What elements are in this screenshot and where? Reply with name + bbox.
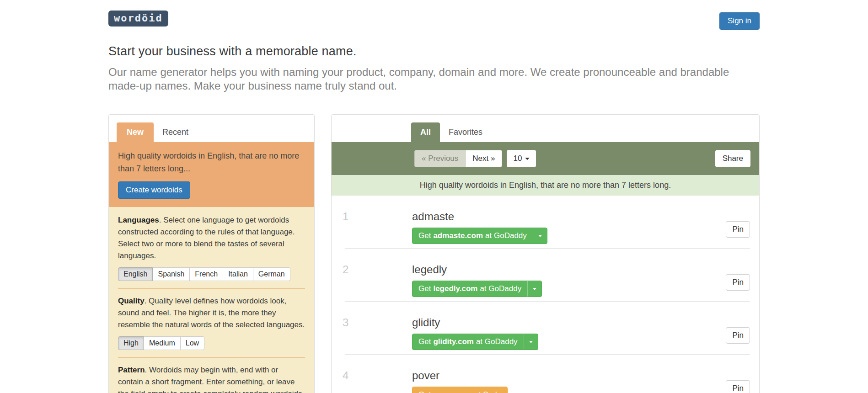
main-columns: New Recent High quality wordoids in Engl… [108,114,760,393]
get-suffix: at Sedo [474,390,501,393]
wordoid-name[interactable]: admaste [412,210,547,223]
wordoid-row: 4 pover Getpover.comat Sedo Pin [332,355,759,393]
languages-section: Languages. Select one language to get wo… [118,214,305,281]
results-tabs: All Favorites [332,115,759,142]
sign-in-button[interactable]: Sign in [719,12,760,30]
get-suffix: at GoDaddy [480,284,521,293]
generator-settings: Languages. Select one language to get wo… [109,207,314,393]
tab-new[interactable]: New [117,122,154,142]
get-domain-button[interactable]: Getglidity.comat GoDaddy [412,334,538,350]
results-panel: All Favorites « Previous Next » 10 Share… [331,114,760,393]
results-toolbar: « Previous Next » 10 Share [332,142,759,175]
pattern-description-text: . Wordoids may begin with, end with or c… [118,366,304,393]
get-suffix: at GoDaddy [476,337,518,346]
wordoid-list: 1 admaste Getadmaste.comat GoDaddy Pin [332,196,759,393]
domain-options-caret[interactable] [533,228,547,244]
page-size-value: 10 [513,154,522,163]
pin-button[interactable]: Pin [726,221,750,238]
wordoid-logo[interactable]: wordöid [108,11,168,27]
previous-page-button[interactable]: « Previous [414,150,466,167]
page-subtitle: Our name generator helps you with naming… [108,65,749,93]
pattern-section: Pattern. Wordoids may begin with, end wi… [118,364,305,393]
get-prefix: Get [418,337,431,346]
section-divider [118,357,305,358]
tab-all[interactable]: All [411,122,440,142]
wordoid-row: 2 legedly Getlegedly.comat GoDaddy Pin [332,249,759,302]
section-divider [118,288,305,289]
wordoid-row: 3 glidity Getglidity.comat GoDaddy Pin [332,302,759,355]
language-option-spanish[interactable]: Spanish [153,267,190,281]
quality-option-high[interactable]: High [118,336,144,350]
chevron-down-icon [538,235,542,237]
language-option-italian[interactable]: Italian [223,267,253,281]
generator-panel: New Recent High quality wordoids in Engl… [108,114,315,393]
pin-button[interactable]: Pin [726,327,750,344]
domain-name: pover.com [433,390,472,393]
row-number: 1 [332,210,412,244]
quality-option-medium[interactable]: Medium [144,336,181,350]
domain-name: admaste.com [433,231,483,240]
quality-description-text: . Quality level defines how wordoids loo… [118,297,305,329]
page-size-dropdown[interactable]: 10 [507,150,536,167]
domain-name: legedly.com [433,284,477,293]
wordoid-name[interactable]: glidity [412,316,538,329]
get-domain-button[interactable]: Getpover.comat Sedo [412,387,508,393]
pattern-label: Pattern [118,366,145,374]
chevron-down-icon [529,341,533,343]
domain-name: glidity.com [433,337,473,346]
generator-summary-text: High quality wordoids in English, that a… [118,149,305,175]
languages-label: Languages [118,216,159,224]
quality-option-low[interactable]: Low [181,336,204,350]
row-number: 3 [332,316,412,350]
chevron-down-icon [525,158,530,160]
pagination-group: « Previous Next » [414,150,502,167]
get-suffix: at GoDaddy [485,231,527,240]
top-bar: wordöid Sign in [108,0,760,30]
get-domain-button[interactable]: Getadmaste.comat GoDaddy [412,228,547,244]
page-title: Start your business with a memorable nam… [108,44,760,58]
pin-button[interactable]: Pin [726,380,750,393]
quality-description: Quality. Quality level defines how wordo… [118,295,305,331]
generator-tabs: New Recent [109,115,314,142]
wordoid-name[interactable]: legedly [412,263,542,276]
quality-options: High Medium Low [118,336,204,350]
domain-options-caret[interactable] [524,334,538,350]
filter-notice: High quality wordoids in English, that a… [332,175,759,196]
quality-section: Quality. Quality level defines how wordo… [118,295,305,350]
wordoid-name[interactable]: pover [412,369,508,382]
get-prefix: Get [418,231,431,240]
pattern-description: Pattern. Wordoids may begin with, end wi… [118,364,305,393]
chevron-down-icon [533,288,536,290]
tab-recent[interactable]: Recent [154,122,197,142]
get-prefix: Get [418,390,431,393]
get-prefix: Get [418,284,431,293]
language-options: English Spanish French Italian German [118,267,290,281]
language-option-english[interactable]: English [118,267,153,281]
row-number: 2 [332,263,412,297]
quality-label: Quality [118,297,145,305]
hero-section: Start your business with a memorable nam… [108,44,760,93]
languages-description: Languages. Select one language to get wo… [118,214,305,262]
page-container: wordöid Sign in Start your business with… [108,0,760,393]
tab-favorites[interactable]: Favorites [440,122,491,142]
share-button[interactable]: Share [715,150,750,167]
wordoid-row: 1 admaste Getadmaste.comat GoDaddy Pin [332,196,759,249]
row-number: 4 [332,369,412,393]
pin-button[interactable]: Pin [726,274,750,291]
next-page-button[interactable]: Next » [466,150,502,167]
language-option-french[interactable]: French [190,267,223,281]
generator-summary-box: High quality wordoids in English, that a… [109,142,314,207]
create-wordoids-button[interactable]: Create wordoids [118,181,190,199]
get-domain-button[interactable]: Getlegedly.comat GoDaddy [412,281,542,297]
language-option-german[interactable]: German [253,267,290,281]
domain-options-caret[interactable] [527,281,541,297]
